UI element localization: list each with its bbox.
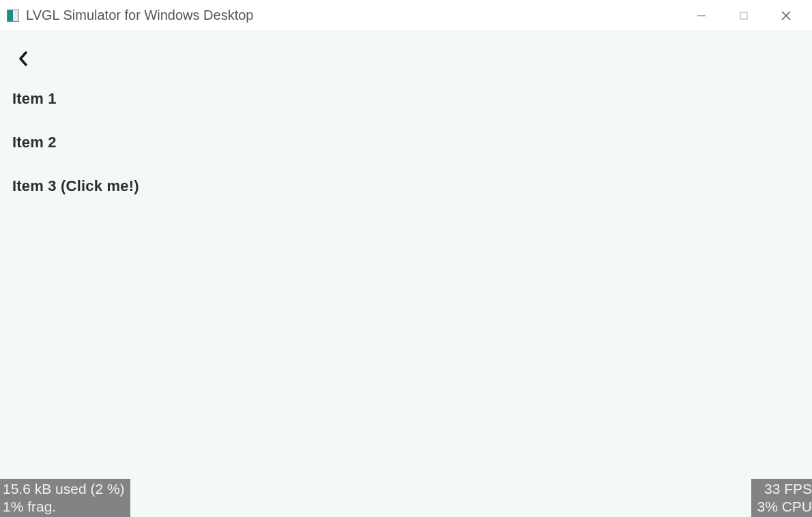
menu-list: Item 1 Item 2 Item 3 (Click me!) bbox=[12, 90, 139, 221]
menu-item-3[interactable]: Item 3 (Click me!) bbox=[12, 177, 139, 195]
memory-status: 15.6 kB used (2 %) 1% frag. bbox=[0, 479, 130, 518]
memory-frag-label: 1% frag. bbox=[3, 498, 125, 516]
menu-item-2[interactable]: Item 2 bbox=[12, 134, 139, 151]
maximize-button[interactable] bbox=[737, 9, 751, 23]
svg-rect-1 bbox=[740, 12, 747, 19]
cpu-label: 3% CPU bbox=[757, 498, 812, 516]
minimize-icon bbox=[697, 11, 706, 20]
minimize-button[interactable] bbox=[695, 9, 708, 23]
window-controls bbox=[695, 9, 805, 23]
back-button[interactable] bbox=[14, 49, 33, 68]
chevron-left-icon bbox=[18, 51, 29, 66]
window-title: LVGL Simulator for Windows Desktop bbox=[26, 8, 695, 23]
maximize-icon bbox=[739, 11, 749, 20]
titlebar: LVGL Simulator for Windows Desktop bbox=[0, 0, 812, 31]
close-button[interactable] bbox=[779, 9, 793, 23]
memory-used-label: 15.6 kB used (2 %) bbox=[3, 480, 125, 498]
close-icon bbox=[781, 10, 792, 21]
fps-label: 33 FPS bbox=[757, 480, 812, 498]
client-area: Item 1 Item 2 Item 3 (Click me!) 15.6 kB… bbox=[0, 31, 812, 517]
perf-status: 33 FPS 3% CPU bbox=[751, 479, 812, 518]
app-icon bbox=[7, 10, 19, 22]
menu-item-1[interactable]: Item 1 bbox=[12, 90, 139, 108]
